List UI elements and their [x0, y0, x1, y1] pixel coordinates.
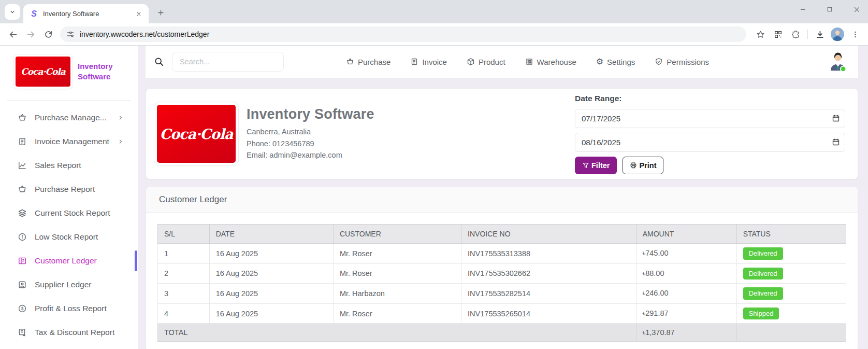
sidebar-item-purchase-management[interactable]: Purchase Manage... — [0, 106, 138, 130]
back-button[interactable] — [4, 25, 22, 43]
box-icon — [467, 58, 475, 66]
toolbar-divider — [807, 30, 808, 39]
sidebar-brand: Coca·Cola Inventory Software — [0, 53, 138, 90]
user-avatar[interactable] — [826, 50, 850, 74]
company-phone: Phone: 0123456789 — [247, 138, 374, 150]
sidebar-item-current-stock-report[interactable]: Current Stock Report — [0, 201, 138, 225]
forward-button[interactable] — [22, 25, 39, 43]
tab-close-icon[interactable] — [134, 9, 143, 19]
ledger-card-icon — [18, 256, 27, 266]
nav-warehouse[interactable]: Warehouse — [525, 58, 576, 66]
sidebar-item-customer-ledger[interactable]: Customer Ledger — [0, 249, 138, 273]
address-bar[interactable]: inventory.wwcoders.net/customerLedger — [60, 26, 746, 42]
sidebar-item-supplier-ledger[interactable]: Supplier Ledger — [0, 273, 138, 297]
company-logo-text: Coca·Cola — [160, 126, 233, 142]
status-badge: Shipped — [743, 308, 779, 320]
sidebar-item-tax-discount-report[interactable]: Tax & Discount Report — [0, 320, 138, 344]
filter-button[interactable]: Filter — [575, 157, 617, 174]
downloads-button[interactable] — [811, 25, 829, 43]
col-status: STATUS — [736, 225, 846, 244]
back-arrow-icon — [9, 30, 18, 39]
profile-avatar — [831, 27, 844, 41]
search-input[interactable] — [172, 52, 284, 72]
start-date-input[interactable] — [575, 109, 845, 128]
company-logo: Coca·Cola — [16, 57, 70, 87]
nav-settings[interactable]: ⚙ Settings — [596, 58, 635, 66]
nav-purchase[interactable]: Purchase — [346, 58, 390, 66]
end-date-input[interactable] — [575, 133, 845, 152]
table-row: 3 16 Aug 2025 Mr. Harbazon INV1755352825… — [158, 284, 846, 304]
page-content: Coca·Cola Inventory Software Canberra, A… — [146, 78, 858, 349]
browser-menu-button[interactable] — [846, 25, 864, 43]
ledger-title: Customer Ledger — [159, 194, 227, 205]
table-row: 2 16 Aug 2025 Mr. Roser INV175535302662 … — [158, 263, 846, 284]
printer-icon — [630, 162, 637, 169]
sidebar-menu: Purchase Manage... Invoice Management Sa — [0, 106, 138, 344]
app-favicon-icon — [30, 9, 38, 18]
url-text: inventory.wwcoders.net/customerLedger — [80, 30, 209, 38]
extensions-button[interactable] — [787, 25, 804, 43]
browser-toolbar: inventory.wwcoders.net/customerLedger — [0, 23, 868, 46]
gear-icon: ⚙ — [596, 58, 603, 66]
window-close-button[interactable] — [850, 3, 863, 16]
sidebar-item-purchase-report[interactable]: Purchase Report — [0, 177, 138, 201]
sidebar-item-invoice-management[interactable]: Invoice Management — [0, 130, 138, 153]
download-icon — [816, 30, 824, 39]
nav-permissions[interactable]: Permissions — [655, 58, 709, 66]
site-settings-icon[interactable] — [66, 30, 75, 38]
layers-icon — [18, 208, 27, 218]
reload-button[interactable] — [39, 25, 57, 43]
invoice-icon — [18, 137, 27, 146]
svg-text:$: $ — [21, 306, 24, 311]
sidebar-divider — [7, 100, 131, 101]
tab-search-button[interactable] — [5, 4, 20, 20]
puzzle-icon — [791, 30, 800, 39]
window-maximize-button[interactable] — [823, 3, 836, 16]
company-email: Email: admin@example.com — [247, 149, 374, 161]
cart-icon — [346, 58, 354, 66]
col-customer: CUSTOMER — [333, 225, 461, 244]
chevron-down-icon — [9, 9, 16, 15]
app-name: Inventory Software — [78, 61, 125, 82]
company-card: Coca·Cola Inventory Software Canberra, A… — [146, 88, 858, 179]
plus-icon — [157, 9, 164, 16]
window-minimize-button[interactable] — [797, 3, 809, 16]
table-header-row: S/L DATE CUSTOMER INVOICE NO AMOUNT STAT… — [158, 225, 846, 244]
active-indicator — [135, 250, 137, 271]
top-navigation: Purchase Invoice Product — [346, 58, 709, 66]
bookmark-button[interactable] — [751, 25, 769, 43]
sidebar-item-profit-loss-report[interactable]: $ Profit & Loss Report — [0, 297, 138, 320]
company-location: Canberra, Australia — [247, 126, 374, 138]
lens-button[interactable] — [769, 25, 787, 43]
qr-scan-icon — [774, 30, 783, 39]
new-tab-button[interactable] — [153, 5, 168, 20]
dollar-circle-icon: $ — [18, 304, 27, 313]
tab-title: Inventory Software — [43, 10, 134, 18]
nav-invoice[interactable]: Invoice — [410, 58, 447, 66]
browser-tab[interactable]: Inventory Software — [23, 4, 149, 23]
chevron-right-icon — [118, 138, 124, 145]
date-range-label: Date Range: — [575, 94, 845, 103]
col-invoice-no: INVOICE NO — [461, 225, 636, 244]
customer-ledger-card: Customer Ledger S/L DATE CUSTOMER — [146, 187, 858, 349]
company-info: Inventory Software Canberra, Australia P… — [247, 106, 374, 162]
supplier-icon — [18, 280, 27, 289]
company-name: Inventory Software — [247, 106, 374, 122]
company-logo-text: Coca·Cola — [21, 66, 65, 77]
cart-icon — [18, 185, 27, 194]
sidebar: Coca·Cola Inventory Software Purchase Ma… — [0, 46, 138, 349]
print-button[interactable]: Print — [623, 157, 663, 174]
table-row: 4 16 Aug 2025 Mr. Roser INV175535265014 … — [158, 303, 846, 324]
cart-icon — [18, 113, 27, 122]
table-row: 1 16 Aug 2025 Mr. Roser INV175535313388 … — [158, 244, 846, 264]
app-topbar: Purchase Invoice Product — [146, 46, 858, 78]
browser-profile-button[interactable] — [829, 25, 846, 43]
nav-product[interactable]: Product — [467, 58, 505, 66]
search-icon — [154, 57, 164, 67]
sidebar-item-sales-report[interactable]: Sales Report — [0, 153, 138, 177]
forward-arrow-icon — [26, 30, 35, 39]
company-logo: Coca·Cola — [157, 105, 236, 163]
col-amount: AMOUNT — [636, 225, 736, 244]
chevron-right-icon — [118, 115, 124, 121]
sidebar-item-low-stock-report[interactable]: Low Stock Report — [0, 225, 138, 249]
